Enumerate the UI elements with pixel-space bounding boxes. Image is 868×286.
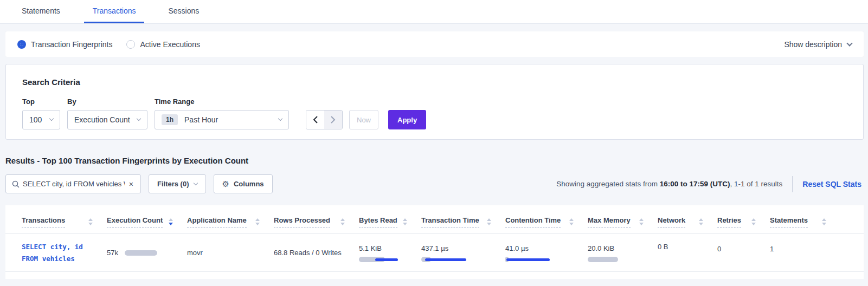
chevron-down-icon xyxy=(49,116,54,121)
by-label: By xyxy=(67,98,147,106)
radio-active-executions[interactable]: Active Executions xyxy=(126,40,200,49)
chevron-down-icon xyxy=(278,116,282,121)
col-rows-processed[interactable]: Rows Processed xyxy=(274,216,330,227)
sort-icon[interactable] xyxy=(822,218,826,225)
time-window-arrows xyxy=(306,110,343,129)
results-title: Results - Top 100 Transaction Fingerprin… xyxy=(5,156,864,165)
sort-icon[interactable] xyxy=(88,218,93,225)
previous-time-window-button[interactable] xyxy=(306,110,324,129)
application-name-value: movr xyxy=(187,249,203,257)
columns-button[interactable]: ⚙ Columns xyxy=(214,174,273,193)
view-toggle-bar: Transaction Fingerprints Active Executio… xyxy=(5,31,864,57)
sort-icon-active[interactable] xyxy=(169,218,173,225)
search-input[interactable] xyxy=(23,180,125,188)
clear-search-icon[interactable]: × xyxy=(128,180,134,188)
col-bytes-read[interactable]: Bytes Read xyxy=(359,216,397,227)
columns-label: Columns xyxy=(234,180,264,188)
radio-label: Transaction Fingerprints xyxy=(31,40,112,49)
execution-count-bar xyxy=(125,250,157,256)
time-range-value: Past Hour xyxy=(184,115,218,124)
execution-count-value: 57k xyxy=(107,249,118,257)
tab-sessions[interactable]: Sessions xyxy=(159,0,208,23)
divider xyxy=(792,176,793,192)
search-criteria-title: Search Criteria xyxy=(22,77,847,87)
statements-value: 1 xyxy=(770,245,774,253)
col-transaction-time[interactable]: Transaction Time xyxy=(421,216,479,227)
reset-sql-stats-link[interactable]: Reset SQL Stats xyxy=(802,180,861,188)
radio-selected-icon xyxy=(17,40,26,49)
now-button[interactable]: Now xyxy=(349,110,378,129)
chevron-right-icon xyxy=(331,116,336,123)
sort-icon[interactable] xyxy=(639,218,644,225)
sort-icon[interactable] xyxy=(569,218,574,225)
filters-label: Filters (0) xyxy=(157,180,189,188)
filters-button[interactable]: Filters (0) xyxy=(149,174,206,193)
table-header-row: Transactions Execution Count Application… xyxy=(5,210,864,234)
sql-search-box[interactable]: × xyxy=(5,174,141,193)
col-max-memory[interactable]: Max Memory xyxy=(588,216,631,227)
col-application-name[interactable]: Application Name xyxy=(187,216,247,227)
transaction-time-bar-stddev xyxy=(425,258,466,261)
col-execution-count[interactable]: Execution Count xyxy=(107,216,163,227)
results-toolbar: × Filters (0) ⚙ Columns Showing aggregat… xyxy=(5,174,864,193)
by-field: By Execution Count xyxy=(67,98,147,129)
show-description-label: Show description xyxy=(784,40,842,49)
time-range-field: Time Range 1h Past Hour xyxy=(155,98,299,129)
chevron-down-icon xyxy=(193,180,197,185)
by-select[interactable]: Execution Count xyxy=(67,110,147,129)
transaction-time-cell: 437.1 µs xyxy=(421,243,467,262)
next-time-window-button[interactable] xyxy=(324,110,342,129)
col-statements[interactable]: Statements xyxy=(770,216,808,227)
col-contention-time[interactable]: Contention Time xyxy=(505,216,561,227)
time-range-label: Time Range xyxy=(155,98,299,106)
bytes-read-cell: 5.1 KiB xyxy=(359,243,405,262)
bytes-read-bar-stddev xyxy=(375,258,398,261)
radio-unselected-icon xyxy=(126,40,135,49)
top-label: Top xyxy=(22,98,60,106)
sort-icon[interactable] xyxy=(487,218,491,225)
sort-icon[interactable] xyxy=(340,218,345,225)
max-memory-bar-mean xyxy=(588,257,618,262)
max-memory-cell: 20.0 KiB xyxy=(588,243,634,262)
apply-button[interactable]: Apply xyxy=(388,110,426,129)
chevron-down-icon xyxy=(137,116,141,121)
col-network[interactable]: Network xyxy=(658,216,685,227)
col-transactions[interactable]: Transactions xyxy=(22,216,65,227)
time-range-select[interactable]: 1h Past Hour xyxy=(155,110,289,129)
contention-time-cell: 41.0 µs xyxy=(505,243,551,262)
contention-time-bar-stddev xyxy=(506,258,550,261)
page-tabs: Statements Transactions Sessions xyxy=(0,0,868,24)
by-value: Execution Count xyxy=(74,115,130,124)
sort-icon[interactable] xyxy=(403,218,407,225)
search-icon xyxy=(12,180,20,188)
chevron-left-icon xyxy=(313,116,318,123)
top-field: Top 100 xyxy=(22,98,60,129)
time-range-badge: 1h xyxy=(162,114,178,125)
sort-icon[interactable] xyxy=(255,218,260,225)
transaction-fingerprint-link[interactable]: SELECT city, id FROM vehicles xyxy=(22,241,83,265)
top-value: 100 xyxy=(29,115,42,124)
retries-value: 0 xyxy=(717,245,721,253)
col-retries[interactable]: Retries xyxy=(717,216,741,227)
chevron-down-icon xyxy=(846,40,852,46)
tab-transactions[interactable]: Transactions xyxy=(84,0,145,23)
tab-statements[interactable]: Statements xyxy=(13,0,69,23)
radio-transaction-fingerprints[interactable]: Transaction Fingerprints xyxy=(17,40,112,49)
search-criteria-panel: Search Criteria Top 100 By Execution Cou… xyxy=(5,64,864,140)
table-row: SELECT city, id FROM vehicles 57k movr 6… xyxy=(5,234,864,272)
radio-label: Active Executions xyxy=(140,40,200,49)
aggregated-stats-text: Showing aggregated stats from 16:00 to 1… xyxy=(556,180,782,188)
sort-icon[interactable] xyxy=(751,218,756,225)
network-value: 0 B xyxy=(658,243,668,251)
sort-icon[interactable] xyxy=(699,218,703,225)
show-description-toggle[interactable]: Show description xyxy=(784,40,852,49)
transactions-table: Transactions Execution Count Application… xyxy=(5,205,864,279)
gear-icon: ⚙ xyxy=(222,180,229,188)
rows-processed-value: 68.8 Reads / 0 Writes xyxy=(274,249,342,257)
top-select[interactable]: 100 xyxy=(22,110,60,129)
